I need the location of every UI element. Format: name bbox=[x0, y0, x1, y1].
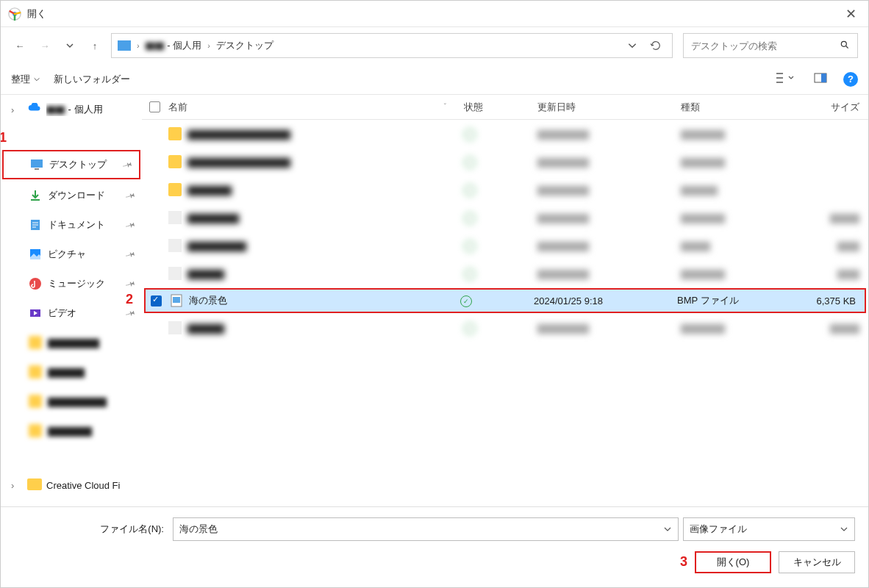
picture-icon bbox=[29, 248, 42, 261]
new-folder-button[interactable]: 新しいフォルダー bbox=[54, 73, 130, 86]
filename-input[interactable]: 海の景色 bbox=[173, 517, 679, 541]
column-date[interactable]: 更新日時 bbox=[537, 101, 681, 114]
desktop-icon bbox=[30, 158, 43, 171]
search-input[interactable] bbox=[683, 33, 858, 58]
window-title: 開く bbox=[27, 7, 841, 21]
breadcrumb-user[interactable]: ▇▇ - 個人用 bbox=[146, 39, 202, 52]
column-type[interactable]: 種類 bbox=[681, 101, 795, 114]
filename-label: ファイル名(N): bbox=[14, 523, 168, 536]
sidebar-item-label: Creative Cloud Fi bbox=[46, 480, 142, 491]
open-button[interactable]: 開く(O) bbox=[695, 551, 771, 573]
pin-icon[interactable]: 📌︎ bbox=[124, 276, 138, 292]
recent-dropdown-icon[interactable] bbox=[61, 37, 79, 54]
sidebar-item-label: ピクチャ bbox=[48, 248, 120, 261]
video-icon bbox=[29, 306, 42, 320]
forward-icon[interactable]: → bbox=[36, 37, 54, 54]
list-item[interactable]: ▇▇▇▇▇▇▇▇▇▇▇▇▇▇✓▇▇▇▇▇▇▇▇▇▇▇▇▇ bbox=[142, 148, 868, 176]
close-icon[interactable]: ✕ bbox=[841, 6, 861, 22]
nav-bar: ← → ↑ › ▇▇ - 個人用 › デスクトップ bbox=[1, 27, 868, 64]
sidebar-item-desktop[interactable]: デスクトップ 📌︎ bbox=[2, 150, 140, 179]
svg-rect-6 bbox=[35, 168, 39, 170]
svg-rect-5 bbox=[31, 159, 43, 168]
chrome-icon bbox=[8, 7, 21, 21]
filename-value: 海の景色 bbox=[179, 523, 218, 536]
sidebar-item-label: ダウンロード bbox=[48, 189, 120, 202]
refresh-icon[interactable] bbox=[646, 40, 666, 51]
file-date: 2024/01/25 9:18 bbox=[534, 295, 677, 306]
breadcrumb-dropdown-icon[interactable] bbox=[622, 40, 643, 51]
title-bar: 開く ✕ bbox=[1, 1, 868, 27]
svg-rect-4 bbox=[821, 74, 826, 82]
sidebar-item-hidden[interactable]: ▇▇▇▇▇▇▇▇ bbox=[1, 387, 142, 416]
sync-ok-icon: ✓ bbox=[460, 295, 472, 307]
sidebar-item-videos[interactable]: ビデオ 📌︎ bbox=[1, 298, 142, 328]
filetype-value: 画像ファイル bbox=[690, 523, 747, 536]
chevron-right-icon[interactable]: › bbox=[11, 480, 21, 491]
svg-rect-12 bbox=[173, 297, 180, 303]
sidebar-item-downloads[interactable]: ダウンロード 📌︎ bbox=[1, 181, 142, 210]
breadcrumb[interactable]: › ▇▇ - 個人用 › デスクトップ bbox=[111, 33, 673, 58]
sidebar-item-documents[interactable]: ドキュメント 📌︎ bbox=[1, 210, 142, 240]
file-size: 6,375 KB bbox=[791, 295, 865, 306]
sidebar-item-pictures[interactable]: ピクチャ 📌︎ bbox=[1, 240, 142, 269]
filetype-dropdown[interactable]: 画像ファイル bbox=[683, 517, 855, 541]
sidebar-item-label: ビデオ bbox=[48, 306, 120, 320]
sidebar-item-hidden[interactable]: ▇▇▇▇▇▇ bbox=[1, 416, 142, 445]
view-menu-icon[interactable] bbox=[773, 72, 798, 87]
list-item[interactable]: ▇▇▇▇▇▇▇▇▇▇▇▇▇▇✓▇▇▇▇▇▇▇▇▇▇▇▇▇ bbox=[142, 120, 868, 148]
monitor-icon bbox=[118, 40, 131, 51]
back-icon[interactable]: ← bbox=[11, 37, 29, 54]
chevron-right-icon[interactable]: › bbox=[11, 104, 21, 115]
list-header: 名前ˇ 状態 更新日時 種類 サイズ bbox=[142, 95, 868, 120]
annotation-3: 3 bbox=[680, 554, 687, 576]
sidebar-item-music[interactable]: ミュージック 📌︎ bbox=[1, 269, 142, 298]
image-file-icon bbox=[170, 294, 183, 307]
file-list: 名前ˇ 状態 更新日時 種類 サイズ ▇▇▇▇▇▇▇▇▇▇▇▇▇▇✓▇▇▇▇▇▇… bbox=[142, 95, 868, 506]
search-field[interactable] bbox=[691, 40, 840, 51]
sidebar-item-creative-cloud[interactable]: › Creative Cloud Fi bbox=[1, 470, 142, 500]
list-item[interactable]: ▇▇▇▇▇▇▇▇✓▇▇▇▇▇▇▇▇▇▇▇▇▇▇ bbox=[142, 232, 868, 259]
sidebar-item-label: ミュージック bbox=[48, 277, 120, 290]
organize-menu[interactable]: 整理 bbox=[11, 73, 40, 86]
toolbar: 整理 新しいフォルダー ? bbox=[1, 64, 868, 95]
list-item[interactable]: ▇▇▇▇▇▇▇✓▇▇▇▇▇▇▇▇▇▇▇▇▇▇▇▇▇ bbox=[142, 204, 868, 232]
chevron-right-icon[interactable]: › bbox=[204, 41, 213, 50]
chevron-down-icon[interactable] bbox=[840, 525, 848, 534]
document-icon bbox=[29, 218, 42, 232]
list-item[interactable]: ▇▇▇▇▇✓▇▇▇▇▇▇▇▇▇▇▇▇▇▇▇▇ bbox=[142, 259, 868, 287]
download-icon bbox=[29, 189, 42, 202]
footer: ファイル名(N): 海の景色 画像ファイル 3 開く(O) キャンセル bbox=[1, 506, 868, 588]
select-all-checkbox[interactable] bbox=[149, 101, 168, 112]
pin-icon[interactable]: 📌︎ bbox=[124, 218, 138, 233]
file-name: 海の景色 bbox=[189, 294, 227, 307]
up-icon[interactable]: ↑ bbox=[86, 37, 104, 54]
breadcrumb-desktop[interactable]: デスクトップ bbox=[216, 39, 273, 52]
sidebar: › ▇▇ - 個人用 1 デスクトップ 📌︎ ダウンロード 📌︎ ドキュメント … bbox=[1, 95, 142, 506]
svg-point-2 bbox=[841, 41, 846, 46]
pin-icon[interactable]: 📌︎ bbox=[121, 157, 135, 173]
cancel-button[interactable]: キャンセル bbox=[779, 551, 855, 573]
chevron-right-icon[interactable]: › bbox=[134, 41, 143, 50]
chevron-down-icon[interactable] bbox=[663, 525, 672, 534]
file-type: BMP ファイル bbox=[677, 294, 791, 307]
help-icon[interactable]: ? bbox=[843, 72, 858, 87]
pin-icon[interactable]: 📌︎ bbox=[124, 188, 138, 204]
list-item[interactable]: ▇▇▇▇▇▇✓▇▇▇▇▇▇▇▇▇▇▇▇ bbox=[142, 176, 868, 204]
column-name[interactable]: 名前ˇ bbox=[168, 101, 464, 114]
pin-icon[interactable]: 📌︎ bbox=[124, 247, 138, 262]
sort-indicator-icon: ˇ bbox=[444, 103, 446, 111]
music-icon bbox=[29, 277, 42, 290]
sidebar-onedrive[interactable]: › ▇▇ - 個人用 bbox=[1, 95, 142, 124]
sidebar-item-hidden[interactable]: ▇▇▇▇▇▇▇ bbox=[1, 328, 142, 357]
column-state[interactable]: 状態 bbox=[464, 101, 537, 114]
list-item-selected[interactable]: 海の景色 ✓ 2024/01/25 9:18 BMP ファイル 6,375 KB bbox=[144, 288, 866, 313]
search-icon[interactable] bbox=[840, 40, 850, 52]
pin-icon[interactable]: 📌︎ bbox=[124, 306, 138, 321]
list-item[interactable]: ▇▇▇▇▇✓▇▇▇▇▇▇▇▇▇▇▇▇▇▇▇▇▇ bbox=[142, 314, 868, 342]
preview-pane-icon[interactable] bbox=[811, 73, 830, 86]
sidebar-item-hidden[interactable]: ▇▇▇▇▇ bbox=[1, 357, 142, 387]
column-size[interactable]: サイズ bbox=[795, 101, 868, 114]
folder-icon bbox=[27, 478, 40, 492]
sidebar-item-label: ドキュメント bbox=[48, 218, 120, 232]
row-checkbox[interactable] bbox=[151, 295, 170, 306]
